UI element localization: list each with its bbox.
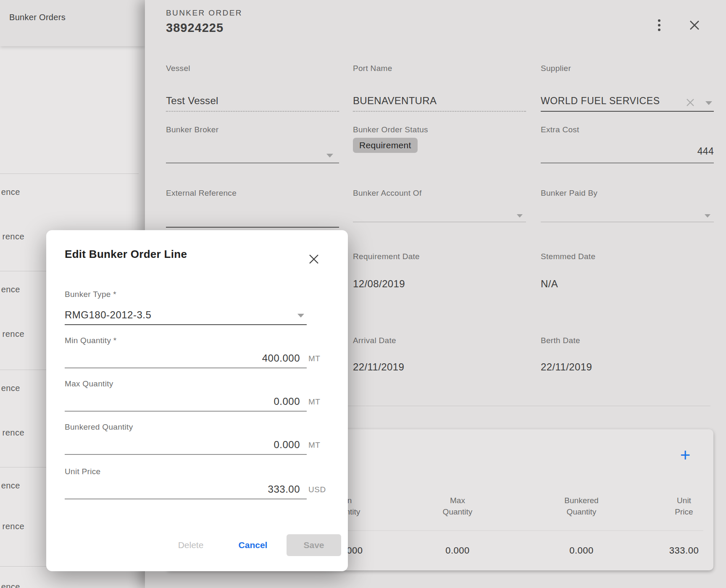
edit-bunker-order-line-modal: Edit Bunker Order Line Bunker Type * RMG… [46,230,348,571]
berth-date-value: 22/11/2019 [541,361,592,373]
bunker-type-label: Bunker Type * [65,290,116,299]
modal-close-icon[interactable] [307,252,321,266]
order-id: 38924225 [166,21,224,35]
bunker-account-of-field[interactable]: Bunker Account Of [353,189,526,222]
min-quantity-field[interactable]: Min Quantity * 400.000 MT [65,336,307,368]
column-header: Price [638,507,726,517]
chevron-down-icon[interactable] [326,154,333,158]
bunkered-quantity-value: 0.000 [274,439,300,451]
cancel-button[interactable]: Cancel [228,533,278,557]
max-quantity-field[interactable]: Max Quantity 0.000 MT [65,379,307,412]
modal-title: Edit Bunker Order Line [65,248,187,261]
bunkered-quantity-unit: MT [308,441,331,450]
column-header: Max [411,496,504,505]
max-quantity-label: Max Quantity [65,379,113,388]
list-item-label: rence [0,329,24,339]
cell-max-quantity[interactable]: 0.000 [411,545,504,556]
stemmed-date-label: Stemmed Date [541,252,595,261]
chevron-down-icon[interactable] [705,101,712,105]
bunkered-quantity-label: Bunkered Quantity [65,423,133,432]
bunker-paid-by-field[interactable]: Bunker Paid By [541,189,714,222]
column-header: Unit [638,496,726,505]
requirement-date-field: Requirement Date 12/08/2019 [353,252,526,294]
stemmed-date-field: Stemmed Date N/A [541,252,714,294]
min-quantity-value: 400.000 [262,352,300,364]
close-icon[interactable] [687,18,702,33]
berth-date-field: Berth Date 22/11/2019 [541,336,714,378]
extra-cost-label: Extra Cost [541,125,579,134]
list-item-label: ence [0,481,20,491]
unit-price-field[interactable]: Unit Price 333.00 USD [65,467,307,499]
bunker-broker-label: Bunker Broker [166,125,218,134]
bunker-order-status-label: Bunker Order Status [353,125,428,134]
save-button[interactable]: Save [287,534,341,556]
list-item-label: ence [0,187,20,197]
min-quantity-label: Min Quantity * [65,336,117,345]
cell-unit-price[interactable]: 333.00 [638,545,726,556]
unit-price-label: Unit Price [65,467,100,476]
panel-title: BUNKER ORDER [166,8,242,18]
supplier-value: WORLD FUEL SERVICES [541,95,660,107]
bunker-broker-field[interactable]: Bunker Broker [166,125,339,163]
list-item-label: rence [0,232,24,242]
extra-cost-field[interactable]: Extra Cost 444 [541,125,714,163]
list-item-label: rence [0,428,24,438]
vessel-field: Vessel Test Vessel [166,64,339,112]
stemmed-date-value: N/A [541,278,558,290]
cell-bunkered-quantity[interactable]: 0.000 [535,545,628,556]
list-item-label: ence [0,383,20,393]
vessel-label: Vessel [166,64,190,73]
bunker-type-value: RMG180-2012-3.5 [65,309,151,321]
bunkered-quantity-field[interactable]: Bunkered Quantity 0.000 MT [65,423,307,455]
port-name-field: Port Name BUENAVENTURA [353,64,526,112]
bunker-order-status-field: Bunker Order Status Requirement [353,125,526,163]
add-line-button[interactable]: + [675,445,695,465]
unit-price-unit: USD [308,485,331,494]
vessel-value: Test Vessel [166,95,218,107]
status-badge: Requirement [353,138,418,153]
requirement-date-label: Requirement Date [353,252,420,261]
list-item-label: ence [0,582,20,588]
arrival-date-value: 22/11/2019 [353,361,404,373]
bunker-type-field[interactable]: Bunker Type * RMG180-2012-3.5 [65,290,307,325]
requirement-date-value: 12/08/2019 [353,278,405,290]
bunker-orders-header: Bunker Orders [0,0,145,46]
port-name-value: BUENAVENTURA [353,95,437,107]
kebab-menu-icon[interactable] [652,17,667,34]
supplier-label: Supplier [541,64,571,73]
extra-cost-value: 444 [697,146,714,157]
external-reference-field[interactable]: External Reference [166,189,339,228]
external-reference-label: External Reference [166,189,237,198]
max-quantity-unit: MT [308,397,331,407]
port-name-label: Port Name [353,64,392,73]
page-title: Bunker Orders [9,13,66,22]
supplier-field[interactable]: Supplier WORLD FUEL SERVICES [541,64,714,112]
bunker-account-of-label: Bunker Account Of [353,189,422,198]
arrival-date-field: Arrival Date 22/11/2019 [353,336,526,378]
min-quantity-unit: MT [308,354,331,363]
unit-price-value: 333.00 [268,483,300,495]
delete-button[interactable]: Delete [167,533,214,557]
chevron-down-icon[interactable] [705,214,710,218]
clear-icon[interactable] [685,97,695,108]
chevron-down-icon[interactable] [517,214,523,218]
column-header: Bunkered [535,496,628,505]
max-quantity-value: 0.000 [274,396,300,407]
list-item-label: ence [0,285,20,294]
column-header: Quantity [535,507,628,517]
list-item-label: rence [0,522,24,531]
berth-date-label: Berth Date [541,336,580,345]
arrival-date-label: Arrival Date [353,336,396,345]
chevron-down-icon[interactable] [297,314,304,318]
column-header: Quantity [411,507,504,517]
bunker-paid-by-label: Bunker Paid By [541,189,597,198]
